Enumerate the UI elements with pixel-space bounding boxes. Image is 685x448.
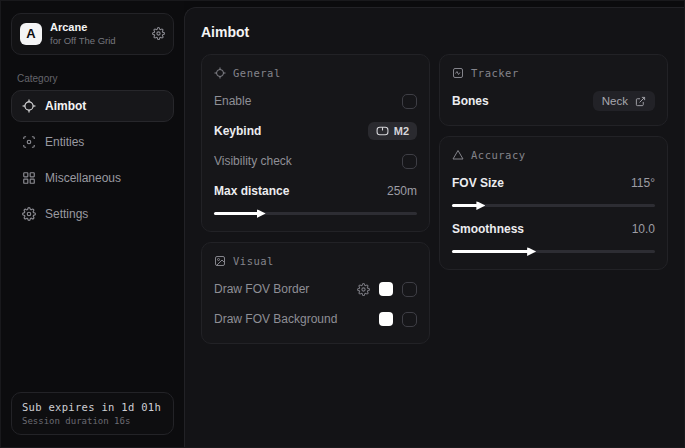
crosshair-icon [22, 99, 36, 113]
fov-size-label: FOV Size [452, 176, 504, 190]
enable-label: Enable [214, 94, 251, 108]
image-icon [214, 255, 226, 267]
gear-icon [22, 207, 36, 221]
sidebar-item-label: Entities [45, 135, 84, 149]
card-title: Accuracy [471, 149, 526, 161]
bones-label: Bones [452, 94, 489, 108]
card-title: Tracker [471, 67, 519, 79]
sidebar-item-settings[interactable]: Settings [11, 198, 174, 230]
fov-border-settings-gear-icon[interactable] [357, 283, 370, 296]
expand-icon [635, 96, 646, 107]
smoothness-slider[interactable] [452, 250, 655, 253]
max-distance-value: 250m [387, 184, 417, 198]
activity-icon [452, 67, 464, 79]
scan-icon [22, 135, 36, 149]
slider-thumb[interactable] [257, 209, 266, 218]
sidebar-item-label: Settings [45, 207, 88, 221]
fov-size-slider[interactable] [452, 204, 655, 207]
sidebar-nav: Aimbot Entities Miscellaneous Settings [11, 90, 174, 230]
brand-card: A Arcane for Off The Grid [11, 13, 174, 55]
mouse-icon [376, 126, 389, 136]
app-logo: A [20, 23, 42, 45]
sidebar: A Arcane for Off The Grid Category Aimbo… [1, 1, 184, 447]
triangle-icon [452, 149, 464, 161]
sidebar-item-aimbot[interactable]: Aimbot [11, 90, 174, 122]
fov-border-checkbox[interactable] [402, 282, 417, 297]
enable-checkbox[interactable] [402, 94, 417, 109]
brand-settings-gear-icon[interactable] [152, 27, 165, 40]
slider-thumb[interactable] [527, 247, 536, 256]
bones-value: Neck [602, 95, 628, 107]
fov-background-color-swatch[interactable] [379, 312, 393, 326]
max-distance-slider[interactable] [214, 212, 417, 215]
draw-fov-border-label: Draw FOV Border [214, 282, 309, 296]
app-window: A Arcane for Off The Grid Category Aimbo… [0, 0, 685, 448]
keybind-label: Keybind [214, 124, 261, 138]
keybind-value: M2 [394, 125, 409, 137]
subscription-card: Sub expires in 1d 01h Session duration 1… [11, 392, 174, 435]
draw-fov-background-label: Draw FOV Background [214, 312, 337, 326]
visibility-check-label: Visibility check [214, 154, 292, 168]
sub-expires-text: Sub expires in 1d 01h [22, 401, 163, 413]
smoothness-label: Smoothness [452, 222, 524, 236]
crosshair-icon [214, 67, 226, 79]
page-title: Aimbot [201, 24, 668, 40]
slider-thumb[interactable] [476, 201, 485, 210]
bones-select[interactable]: Neck [593, 91, 655, 111]
brand-text: Arcane for Off The Grid [50, 21, 144, 47]
sidebar-item-entities[interactable]: Entities [11, 126, 174, 158]
sidebar-item-label: Miscellaneous [45, 171, 121, 185]
accuracy-card: Accuracy FOV Size 115° Smoothness 10.0 [439, 136, 668, 270]
app-subtitle: for Off The Grid [50, 35, 144, 47]
main-panel: Aimbot General Enable Ke [184, 7, 684, 447]
sidebar-item-label: Aimbot [45, 99, 86, 113]
fov-size-value: 115° [631, 176, 655, 190]
visual-card: Visual Draw FOV Border Draw [201, 242, 430, 344]
card-title: Visual [233, 255, 274, 267]
category-label: Category [17, 73, 168, 84]
session-duration-text: Session duration 16s [22, 416, 163, 426]
card-title: General [233, 67, 281, 79]
general-card: General Enable Keybind M2 [201, 54, 430, 232]
keybind-button[interactable]: M2 [368, 122, 417, 140]
fov-background-checkbox[interactable] [402, 312, 417, 327]
grid-icon [22, 171, 36, 185]
app-name: Arcane [50, 21, 144, 35]
visibility-check-checkbox[interactable] [402, 154, 417, 169]
smoothness-value: 10.0 [632, 222, 655, 236]
sidebar-item-miscellaneous[interactable]: Miscellaneous [11, 162, 174, 194]
fov-border-color-swatch[interactable] [379, 282, 393, 296]
tracker-card: Tracker Bones Neck [439, 54, 668, 126]
max-distance-label: Max distance [214, 184, 289, 198]
